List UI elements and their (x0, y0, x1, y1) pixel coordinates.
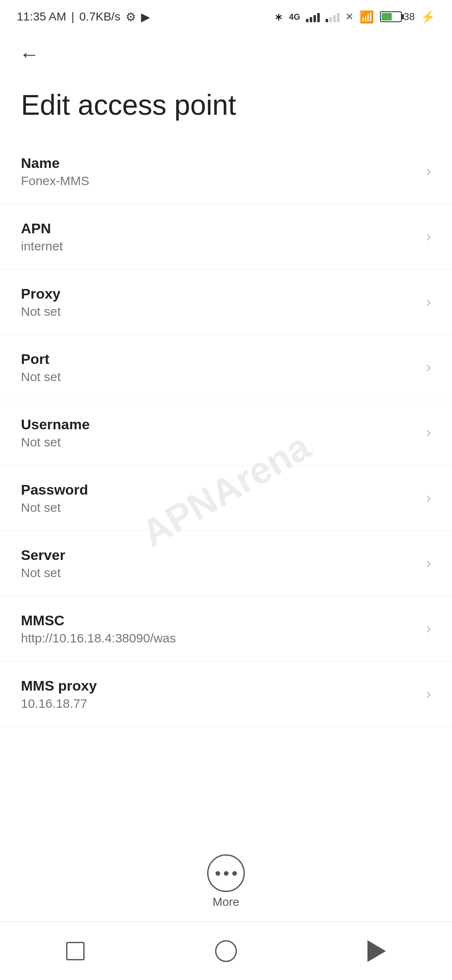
page-title-section: Edit access point (0, 75, 452, 139)
chevron-right-icon: › (426, 228, 431, 245)
settings-item-label-7: MMSC (21, 612, 418, 629)
battery-indicator: 38 (380, 11, 415, 23)
chevron-right-icon: › (426, 358, 431, 376)
settings-item[interactable]: Proxy Not set › (0, 270, 452, 335)
settings-item[interactable]: MMSC http://10.16.18.4:38090/was › (0, 596, 452, 662)
chevron-right-icon: › (426, 424, 431, 441)
back-icon (367, 940, 386, 962)
signal-cross-icon: ✕ (345, 11, 354, 23)
battery-box (380, 11, 402, 22)
settings-item-content-1: APN internet (21, 220, 418, 253)
wifi-icon: 📶 (360, 10, 374, 24)
settings-item-value-7: http://10.16.18.4:38090/was (21, 631, 418, 645)
settings-item-value-8: 10.16.18.77 (21, 696, 418, 711)
more-dots-icon (216, 871, 237, 876)
back-arrow-icon: ← (19, 44, 39, 64)
settings-item-label-0: Name (21, 155, 418, 171)
more-section[interactable]: More (207, 854, 245, 909)
settings-item-label-3: Port (21, 351, 418, 367)
status-left: 11:35 AM | 0.7KB/s ⚙ ▶ (17, 10, 150, 24)
signal-bars-2 (326, 11, 339, 22)
settings-item-content-5: Password Not set (21, 482, 418, 515)
settings-item-label-5: Password (21, 482, 418, 498)
separator: | (71, 10, 74, 23)
chevron-right-icon: › (426, 620, 431, 637)
chevron-right-icon: › (426, 293, 431, 311)
nav-home-button[interactable] (209, 934, 243, 968)
settings-item[interactable]: MMS proxy 10.16.18.77 › (0, 662, 452, 727)
settings-item-value-2: Not set (21, 304, 418, 319)
settings-item-content-2: Proxy Not set (21, 286, 418, 319)
settings-item-value-6: Not set (21, 566, 418, 580)
battery-fill (382, 13, 392, 21)
settings-item-label-1: APN (21, 220, 418, 237)
settings-item-content-4: Username Not set (21, 416, 418, 449)
chevron-right-icon: › (426, 489, 431, 507)
back-button[interactable]: ← (17, 42, 42, 67)
charging-icon: ⚡ (421, 10, 435, 24)
bluetooth-icon: ∗ (274, 10, 283, 23)
time-display: 11:35 AM (17, 10, 66, 23)
settings-item-content-6: Server Not set (21, 547, 418, 580)
speed-display: 0.7KB/s (80, 10, 121, 23)
settings-item[interactable]: Server Not set › (0, 531, 452, 596)
settings-item-value-1: internet (21, 239, 418, 253)
settings-item-content-0: Name Fonex-MMS (21, 155, 418, 188)
settings-item[interactable]: APN internet › (0, 204, 452, 270)
page-title: Edit access point (21, 88, 431, 122)
settings-item-label-8: MMS proxy (21, 678, 418, 694)
settings-item-content-7: MMSC http://10.16.18.4:38090/was (21, 612, 418, 645)
status-right: ∗ 4G ✕ 📶 38 ⚡ (274, 10, 435, 24)
settings-item-value-0: Fonex-MMS (21, 174, 418, 188)
settings-item-content-8: MMS proxy 10.16.18.77 (21, 678, 418, 711)
settings-list: Name Fonex-MMS › APN internet › Proxy No… (0, 139, 452, 727)
chevron-right-icon: › (426, 162, 431, 180)
recent-apps-icon (66, 942, 85, 960)
signal-bars-1 (306, 11, 320, 22)
settings-item[interactable]: Password Not set › (0, 466, 452, 531)
battery-percent: 38 (403, 11, 415, 23)
settings-item-label-4: Username (21, 416, 418, 433)
settings-item-value-5: Not set (21, 500, 418, 515)
chevron-right-icon: › (426, 554, 431, 572)
settings-item-label-2: Proxy (21, 286, 418, 302)
home-icon (215, 940, 237, 962)
top-nav: ← (0, 34, 452, 75)
settings-item[interactable]: Name Fonex-MMS › (0, 139, 452, 204)
settings-item-content-3: Port Not set (21, 351, 418, 384)
settings-icon: ⚙ (126, 10, 136, 24)
chevron-right-icon: › (426, 685, 431, 703)
settings-item-value-3: Not set (21, 370, 418, 384)
video-icon: ▶ (141, 10, 150, 24)
more-label: More (213, 895, 239, 909)
more-button[interactable] (207, 854, 245, 892)
settings-item[interactable]: Username Not set › (0, 400, 452, 466)
fourG-badge: 4G (289, 12, 300, 22)
settings-item-value-4: Not set (21, 435, 418, 449)
settings-item-label-6: Server (21, 547, 418, 563)
status-bar: 11:35 AM | 0.7KB/s ⚙ ▶ ∗ 4G ✕ 📶 38 ⚡ (0, 0, 452, 34)
nav-bar (0, 921, 452, 980)
settings-item[interactable]: Port Not set › (0, 335, 452, 400)
nav-recent-button[interactable] (59, 934, 92, 968)
nav-back-button[interactable] (360, 934, 393, 968)
